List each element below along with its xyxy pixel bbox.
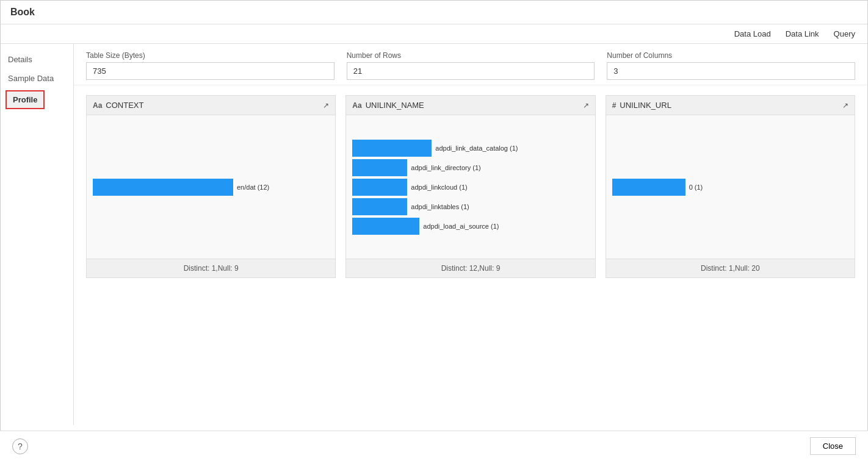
expand-icon[interactable]: ↗ <box>583 101 589 110</box>
type-icon: Aa <box>352 101 361 110</box>
bar-label: adpdi_link_data_catalog (1) <box>435 145 518 152</box>
bar <box>352 140 432 157</box>
bar-label: 0 (1) <box>689 184 703 191</box>
bar-row: adpdi_load_ai_source (1) <box>352 218 588 235</box>
column-card-unilink_name: AaUNILINK_NAME↗adpdi_link_data_catalog (… <box>345 95 595 278</box>
column-footer: Distinct: 1,Null: 9 <box>87 259 335 277</box>
bar <box>612 179 685 196</box>
bar-label: adpdi_linktables (1) <box>411 203 469 210</box>
bar-row: adpdi_link_data_catalog (1) <box>352 140 588 157</box>
column-footer: Distinct: 1,Null: 20 <box>606 259 855 277</box>
bar-label: adpdi_link_directory (1) <box>411 164 480 171</box>
expand-icon[interactable]: ↗ <box>323 101 329 110</box>
help-button[interactable]: ? <box>12 438 28 454</box>
bar <box>93 179 233 196</box>
meta-row: Table Size (Bytes) 735 Number of Rows 21… <box>74 44 867 85</box>
profile-columns: AaCONTEXT↗en/dat (12)Distinct: 1,Null: 9… <box>74 85 867 288</box>
num-rows-label: Number of Rows <box>347 51 595 60</box>
title-bar: Book <box>1 1 867 24</box>
nav-data-load[interactable]: Data Load <box>734 29 771 38</box>
num-rows-group: Number of Rows 21 <box>347 51 595 80</box>
top-nav: Data Load Data Link Query <box>1 24 867 44</box>
bar-row: 0 (1) <box>612 179 848 196</box>
num-cols-label: Number of Columns <box>607 51 855 60</box>
bar <box>352 218 419 235</box>
column-name: UNILINK_NAME <box>366 101 424 110</box>
bar-label: adpdi_linkcloud (1) <box>411 184 467 191</box>
bar-row: adpdi_linktables (1) <box>352 198 588 215</box>
content-area: Table Size (Bytes) 735 Number of Rows 21… <box>74 44 867 425</box>
num-cols-value: 3 <box>607 62 855 80</box>
column-card-unilink_url: #UNILINK_URL↗0 (1)Distinct: 1,Null: 20 <box>606 95 855 278</box>
bar-label: en/dat (12) <box>237 184 269 191</box>
bar-label: adpdi_load_ai_source (1) <box>423 223 499 230</box>
app-title: Book <box>10 7 35 17</box>
type-icon: # <box>612 101 617 110</box>
column-header-0: AaCONTEXT↗ <box>87 96 335 115</box>
bar <box>352 179 407 196</box>
table-size-label: Table Size (Bytes) <box>86 51 335 60</box>
bar-row: en/dat (12) <box>93 179 329 196</box>
table-size-group: Table Size (Bytes) 735 <box>86 51 335 80</box>
column-header-2: #UNILINK_URL↗ <box>606 96 855 115</box>
sidebar: Details Sample Data Profile <box>1 44 74 425</box>
sidebar-item-details[interactable]: Details <box>1 50 73 69</box>
bar-row: adpdi_linkcloud (1) <box>352 179 588 196</box>
num-rows-value: 21 <box>347 62 595 80</box>
bars-area: adpdi_link_data_catalog (1)adpdi_link_di… <box>346 115 595 259</box>
num-cols-group: Number of Columns 3 <box>607 51 855 80</box>
column-name: CONTEXT <box>106 101 143 110</box>
sidebar-item-sample-data[interactable]: Sample Data <box>1 69 73 88</box>
column-card-context: AaCONTEXT↗en/dat (12)Distinct: 1,Null: 9 <box>86 95 336 278</box>
nav-data-link[interactable]: Data Link <box>786 29 819 38</box>
close-button[interactable]: Close <box>810 437 856 455</box>
expand-icon[interactable]: ↗ <box>842 101 848 110</box>
table-size-value: 735 <box>86 62 335 80</box>
bottom-bar: ? Close <box>0 431 868 461</box>
type-icon: Aa <box>93 101 102 110</box>
bar-row: adpdi_link_directory (1) <box>352 159 588 176</box>
nav-query[interactable]: Query <box>834 29 855 38</box>
bar <box>352 159 407 176</box>
bars-area: 0 (1) <box>606 115 855 259</box>
column-footer: Distinct: 12,Null: 9 <box>346 259 595 277</box>
main-layout: Details Sample Data Profile Table Size (… <box>1 44 867 425</box>
bars-area: en/dat (12) <box>87 115 335 259</box>
column-header-1: AaUNILINK_NAME↗ <box>346 96 595 115</box>
column-name: UNILINK_URL <box>620 101 671 110</box>
profile-button[interactable]: Profile <box>5 90 45 109</box>
bar <box>352 198 407 215</box>
